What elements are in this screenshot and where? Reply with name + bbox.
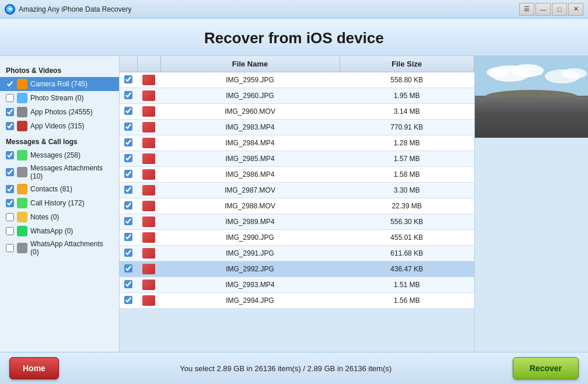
sidebar-label-1-6: WhatsApp Attachments (0)	[30, 240, 113, 256]
file-type-icon	[142, 232, 155, 243]
file-size-cell: 3.30 MB	[340, 183, 474, 198]
row-checkbox-14[interactable]	[124, 296, 132, 304]
sidebar-label-1-2: Contacts (81)	[30, 185, 72, 193]
row-checkbox-11[interactable]	[124, 249, 132, 257]
table-row[interactable]: IMG_2959.JPG558.80 KB	[120, 72, 474, 88]
sidebar-item-1-1[interactable]: Messages Attachments (10)	[0, 162, 119, 182]
sidebar-checkbox-0-1[interactable]	[6, 94, 14, 102]
page-title: Recover from iOS device	[0, 29, 588, 47]
sidebar-item-1-3[interactable]: Call History (172)	[0, 196, 119, 210]
file-size-cell: 3.14 MB	[340, 104, 474, 120]
sidebar-checkbox-0-0[interactable]	[6, 80, 14, 88]
file-size-cell: 556.30 KB	[340, 214, 474, 230]
table-row[interactable]: IMG_2988.MOV22.39 MB	[120, 198, 474, 214]
sidebar-icon-1-1	[17, 167, 27, 177]
table-row[interactable]: IMG_2989.MP4556.30 KB	[120, 214, 474, 230]
sidebar-checkbox-1-1[interactable]	[6, 168, 14, 176]
file-type-icon	[142, 185, 155, 196]
row-checkbox-12[interactable]	[124, 264, 132, 273]
file-name-cell: IMG_2990.JPG	[160, 230, 340, 246]
file-name-cell: IMG_2960.MOV	[160, 104, 340, 120]
sidebar-item-1-6[interactable]: WhatsApp Attachments (0)	[0, 238, 119, 258]
table-row[interactable]: IMG_2986.MP41.58 MB	[120, 167, 474, 183]
sidebar: Photos & VideosCamera Roll (745)Photo St…	[0, 56, 120, 352]
col-filename[interactable]: File Name	[160, 56, 340, 72]
table-row[interactable]: IMG_2985.MP41.57 MB	[120, 151, 474, 167]
sidebar-item-0-3[interactable]: App Videos (315)	[0, 119, 119, 133]
sidebar-checkbox-1-6[interactable]	[6, 244, 14, 252]
file-name-cell: IMG_2991.JPG	[160, 246, 340, 261]
maximize-button[interactable]: □	[552, 3, 567, 16]
sidebar-item-0-2[interactable]: App Photos (24555)	[0, 105, 119, 119]
svg-rect-8	[516, 96, 548, 138]
table-row[interactable]: IMG_2992.JPG436.47 KB	[120, 261, 474, 277]
table-row[interactable]: IMG_2994.JPG1.56 MB	[120, 293, 474, 309]
recover-button[interactable]: Recover	[513, 357, 579, 379]
menu-button[interactable]: ☰	[519, 3, 534, 16]
sidebar-item-0-1[interactable]: Photo Stream (0)	[0, 91, 119, 105]
sidebar-checkbox-1-2[interactable]	[6, 185, 14, 193]
file-type-icon	[142, 106, 155, 117]
row-checkbox-10[interactable]	[124, 233, 132, 241]
sidebar-label-0-0: Camera Roll (745)	[30, 80, 88, 88]
file-size-cell: 455.01 KB	[340, 230, 474, 246]
titlebar-controls: ☰ — □ ✕	[519, 3, 583, 16]
file-name-cell: IMG_2960.JPG	[160, 88, 340, 104]
row-checkbox-8[interactable]	[124, 201, 132, 210]
sidebar-item-1-5[interactable]: WhatsApp (0)	[0, 224, 119, 238]
row-checkbox-7[interactable]	[124, 186, 132, 194]
sidebar-checkbox-1-0[interactable]	[6, 151, 14, 159]
sidebar-label-1-0: Messages (258)	[30, 151, 80, 159]
sidebar-icon-1-5	[17, 226, 27, 236]
svg-rect-1	[475, 97, 588, 138]
sidebar-section-title-0: Photos & Videos	[0, 64, 119, 77]
close-button[interactable]: ✕	[568, 3, 583, 16]
row-checkbox-3[interactable]	[124, 123, 132, 131]
row-checkbox-5[interactable]	[124, 154, 132, 162]
svg-rect-7	[475, 96, 588, 138]
table-row[interactable]: IMG_2990.JPG455.01 KB	[120, 230, 474, 246]
file-type-icon	[142, 217, 155, 227]
table-scroll[interactable]: File Name File Size IMG_2959.JPG558.80 K…	[120, 56, 474, 352]
row-checkbox-6[interactable]	[124, 170, 132, 178]
row-checkbox-13[interactable]	[124, 280, 132, 288]
sidebar-item-1-0[interactable]: Messages (258)	[0, 148, 119, 162]
sidebar-item-0-0[interactable]: Camera Roll (745)	[0, 77, 119, 91]
home-button[interactable]: Home	[9, 357, 59, 379]
sidebar-label-0-3: App Videos (315)	[30, 122, 85, 130]
table-row[interactable]: IMG_2993.MP41.51 MB	[120, 277, 474, 293]
sidebar-checkbox-0-3[interactable]	[6, 122, 14, 130]
file-name-cell: IMG_2984.MP4	[160, 135, 340, 151]
col-filesize[interactable]: File Size	[340, 56, 474, 72]
bottom-bar: Home You select 2.89 GB in 26136 item(s)…	[0, 352, 588, 384]
row-checkbox-4[interactable]	[124, 138, 132, 146]
row-checkbox-1[interactable]	[124, 91, 132, 99]
sidebar-icon-0-2	[17, 107, 27, 117]
sidebar-icon-1-0	[17, 150, 27, 160]
table-row[interactable]: IMG_2960.MOV3.14 MB	[120, 104, 474, 120]
sidebar-item-1-4[interactable]: Notes (0)	[0, 210, 119, 224]
row-checkbox-9[interactable]	[124, 217, 132, 225]
row-checkbox-0[interactable]	[124, 75, 132, 83]
table-row[interactable]: IMG_2991.JPG611.68 KB	[120, 246, 474, 261]
file-type-icon	[142, 201, 155, 211]
preview-svg	[475, 56, 588, 138]
sidebar-checkbox-1-5[interactable]	[6, 227, 14, 235]
table-row[interactable]: IMG_2960.JPG1.95 MB	[120, 88, 474, 104]
sidebar-checkbox-1-3[interactable]	[6, 199, 14, 207]
file-size-cell: 770.91 KB	[340, 120, 474, 135]
svg-point-6	[561, 68, 587, 79]
table-row[interactable]: IMG_2987.MOV3.30 MB	[120, 183, 474, 198]
sidebar-checkbox-0-2[interactable]	[6, 108, 14, 116]
row-checkbox-2[interactable]	[124, 107, 132, 115]
svg-point-4	[487, 67, 510, 78]
sidebar-checkbox-1-4[interactable]	[6, 213, 14, 221]
sidebar-icon-0-0	[17, 79, 27, 89]
table-row[interactable]: IMG_2984.MP41.28 MB	[120, 135, 474, 151]
table-row[interactable]: IMG_2983.MP4770.91 KB	[120, 120, 474, 135]
file-type-icon	[142, 138, 155, 148]
file-name-cell: IMG_2994.JPG	[160, 293, 340, 309]
minimize-button[interactable]: —	[536, 3, 551, 16]
sidebar-icon-0-1	[17, 93, 27, 103]
sidebar-item-1-2[interactable]: Contacts (81)	[0, 182, 119, 196]
